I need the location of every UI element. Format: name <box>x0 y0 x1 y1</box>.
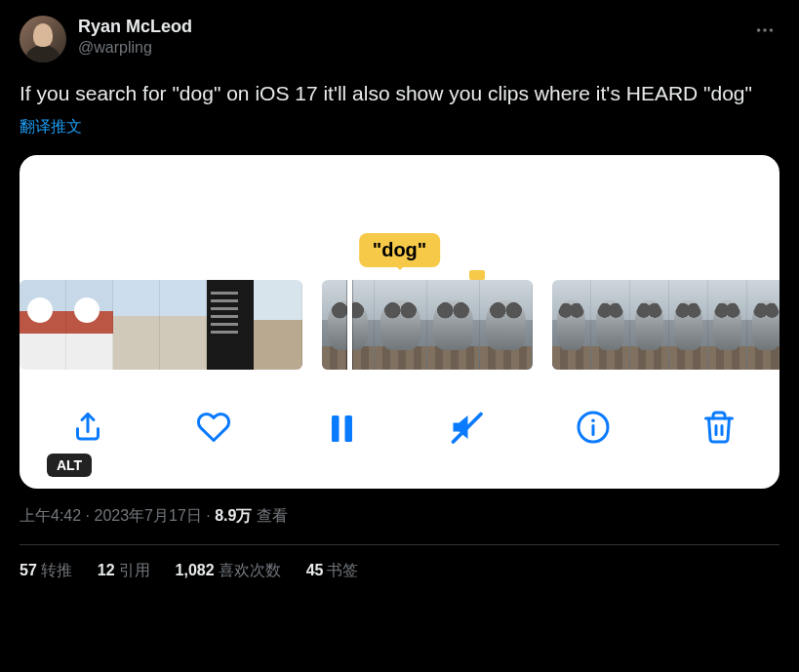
clip-frame <box>480 280 533 370</box>
tweet-date[interactable]: 2023年7月17日 <box>94 507 201 524</box>
alt-badge[interactable]: ALT <box>47 454 92 477</box>
share-icon[interactable] <box>70 410 105 445</box>
timeline-marker <box>469 270 485 280</box>
tweet-text: If you search for "dog" on iOS 17 it'll … <box>20 80 779 107</box>
video-timeline[interactable] <box>20 280 779 370</box>
clip-frame <box>669 280 708 370</box>
clip-frame <box>427 280 480 370</box>
clip-frame <box>207 280 254 370</box>
display-name: Ryan McLeod <box>78 16 739 38</box>
tweet-header: Ryan McLeod @warpling <box>20 16 779 62</box>
playhead[interactable] <box>347 280 352 370</box>
clip-frame <box>591 280 630 370</box>
clip-frame <box>552 280 591 370</box>
svg-point-0 <box>757 28 761 32</box>
svg-point-2 <box>770 28 774 32</box>
retweets-stat[interactable]: 57转推 <box>20 561 72 581</box>
quotes-stat[interactable]: 12引用 <box>98 561 150 581</box>
clip-frame <box>747 280 779 370</box>
clip-frame <box>254 280 302 370</box>
more-icon[interactable] <box>750 16 779 50</box>
user-handle: @warpling <box>78 38 739 58</box>
translate-link[interactable]: 翻译推文 <box>20 117 779 138</box>
tweet-meta: 上午4:42 · 2023年7月17日 · 8.9万 查看 <box>20 506 779 527</box>
views-label: 查看 <box>252 507 287 524</box>
clip-frame <box>113 280 160 370</box>
avatar[interactable] <box>20 16 66 62</box>
bookmarks-stat[interactable]: 45书签 <box>306 561 359 581</box>
clip-frame <box>630 280 669 370</box>
clip-frame <box>20 280 66 370</box>
trash-icon[interactable] <box>701 410 737 445</box>
clip-frame <box>66 280 113 370</box>
svg-rect-4 <box>344 415 352 442</box>
tag-pointer-icon <box>390 260 410 270</box>
media-toolbar <box>20 401 779 454</box>
info-icon[interactable] <box>576 410 611 445</box>
clip-group[interactable] <box>322 280 533 370</box>
clip-frame <box>160 280 207 370</box>
likes-stat[interactable]: 1,082喜欢次数 <box>176 561 281 581</box>
svg-point-8 <box>591 419 595 423</box>
engagement-row: 57转推 12引用 1,082喜欢次数 45书签 <box>20 545 779 581</box>
svg-point-1 <box>763 28 767 32</box>
tweet-time[interactable]: 上午4:42 <box>20 507 81 524</box>
clip-group[interactable] <box>20 280 302 370</box>
clip-group[interactable] <box>552 280 779 370</box>
tweet-container: Ryan McLeod @warpling If you search for … <box>0 0 799 581</box>
heart-icon[interactable] <box>196 410 231 445</box>
author-names[interactable]: Ryan McLeod @warpling <box>78 16 739 58</box>
media-attachment[interactable]: "dog" <box>20 155 779 489</box>
mute-icon[interactable] <box>449 410 484 445</box>
clip-frame <box>708 280 747 370</box>
views-count: 8.9万 <box>215 507 252 524</box>
pause-icon[interactable] <box>323 410 358 445</box>
svg-rect-3 <box>332 415 340 442</box>
clip-frame <box>375 280 427 370</box>
